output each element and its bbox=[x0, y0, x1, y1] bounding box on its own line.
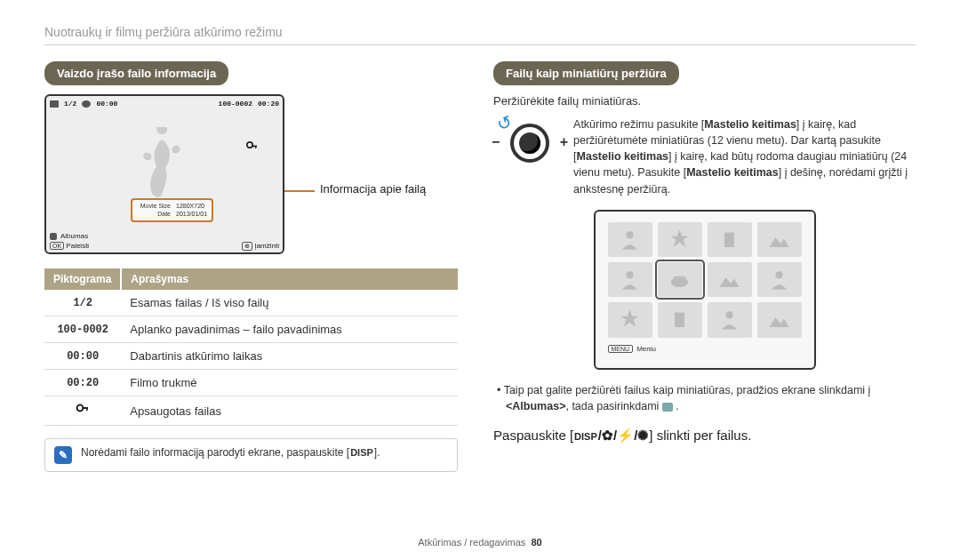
svg-point-6 bbox=[626, 231, 633, 238]
table-row: 100-0002 Aplanko pavadinimas – failo pav… bbox=[44, 316, 458, 343]
thumbnail bbox=[608, 222, 652, 257]
right-intro: Peržiūrėkite failų miniatiūras. bbox=[493, 94, 916, 108]
svg-point-8 bbox=[626, 271, 633, 278]
video-info-screen: 1/2 00:00 100-0002 00:20 Movie S bbox=[44, 94, 284, 254]
svg-point-3 bbox=[77, 405, 84, 412]
capture-label: Įamžinti bbox=[254, 242, 279, 250]
zoom-dial: ↺ − + bbox=[493, 116, 566, 170]
thumbnail bbox=[658, 302, 702, 337]
table-row: Apsaugotas failas bbox=[44, 396, 458, 426]
page-title: Nuotraukų ir filmų peržiūra atkūrimo rež… bbox=[44, 25, 916, 39]
page-footer: Atkūrimas / redagavimas 80 bbox=[0, 537, 960, 548]
capture-icon: ⊕ bbox=[242, 242, 252, 251]
thumbnail bbox=[757, 302, 802, 337]
lock-icon bbox=[245, 140, 258, 156]
svg-rect-7 bbox=[724, 232, 734, 247]
play-label: Paleisti bbox=[66, 242, 89, 250]
table-row: 1/2 Esamas failas / Iš viso failų bbox=[44, 290, 458, 316]
zoom-instructions: Atkūrimo režimu pasukite [Mastelio keiti… bbox=[573, 116, 916, 197]
svg-rect-2 bbox=[255, 147, 256, 148]
icon-description-table: Piktograma Aprašymas 1/2 Esamas failas /… bbox=[44, 268, 458, 426]
movie-icon bbox=[50, 100, 59, 108]
table-header-icon: Piktograma bbox=[44, 268, 121, 290]
dancer-silhouette bbox=[140, 127, 184, 207]
flash-icon: ⚡ bbox=[617, 428, 634, 443]
thumbnail bbox=[757, 222, 802, 257]
callout-label: Informacija apie failą bbox=[320, 182, 426, 196]
svg-rect-5 bbox=[86, 409, 88, 411]
zoom-minus: − bbox=[492, 134, 500, 150]
thumbnail bbox=[608, 302, 652, 337]
play-icon bbox=[82, 100, 91, 108]
svg-rect-10 bbox=[674, 276, 686, 282]
file-info-box: Movie Size1280X720 Date2013/01/01 bbox=[131, 198, 213, 222]
disp-key: DISP bbox=[573, 431, 598, 442]
disp-key: DISP bbox=[349, 447, 374, 458]
svg-point-11 bbox=[775, 271, 782, 278]
menu-button-label: MENU bbox=[608, 345, 634, 353]
note-icon: ✎ bbox=[54, 446, 72, 464]
elapsed-value: 00:00 bbox=[96, 100, 117, 108]
divider bbox=[44, 44, 916, 45]
album-icon bbox=[50, 233, 57, 240]
zoom-plus: + bbox=[560, 134, 568, 150]
note-box: ✎ Norėdami failo informaciją parodyti ek… bbox=[44, 438, 458, 472]
svg-point-13 bbox=[725, 311, 732, 318]
fileid-value: 100-0002 bbox=[219, 100, 252, 108]
macro-icon: ✿ bbox=[602, 428, 613, 443]
thumbnail bbox=[708, 262, 752, 297]
table-header-desc: Aprašymas bbox=[121, 268, 458, 290]
thumbnail bbox=[708, 302, 752, 337]
thumbnail bbox=[708, 222, 752, 257]
thumbnail bbox=[658, 222, 702, 257]
thumbnail-selected bbox=[658, 262, 702, 297]
callout-line bbox=[284, 190, 315, 192]
table-row: 00:20 Filmo trukmė bbox=[44, 370, 458, 396]
timer-icon: ✺ bbox=[637, 428, 649, 443]
svg-rect-4 bbox=[83, 407, 88, 409]
table-row: 00:00 Dabartinis atkūrimo laikas bbox=[44, 343, 458, 370]
navigation-instruction: Paspauskite [DISP/✿/⚡/✺] slinkti per fai… bbox=[493, 428, 916, 444]
ok-button-label: OK bbox=[50, 242, 64, 250]
bullet-note: • Taip pat galite peržiūrėti failus kaip… bbox=[493, 382, 916, 416]
thumbnail bbox=[757, 262, 802, 297]
menu-label: Meniu bbox=[636, 345, 656, 353]
counter-value: 1/2 bbox=[64, 100, 76, 108]
key-lock-icon bbox=[76, 406, 90, 419]
thumbnail bbox=[608, 262, 652, 297]
thumbnail-screen: MENU Meniu bbox=[594, 210, 816, 370]
right-section-heading: Failų kaip miniatiūrų peržiūra bbox=[493, 61, 679, 85]
left-section-heading: Vaizdo įrašo failo informacija bbox=[44, 61, 228, 85]
svg-point-0 bbox=[247, 142, 252, 148]
duration-value: 00:20 bbox=[258, 100, 279, 108]
svg-rect-12 bbox=[675, 313, 684, 328]
album-icon bbox=[662, 403, 673, 412]
album-label: Albumas bbox=[60, 232, 88, 240]
